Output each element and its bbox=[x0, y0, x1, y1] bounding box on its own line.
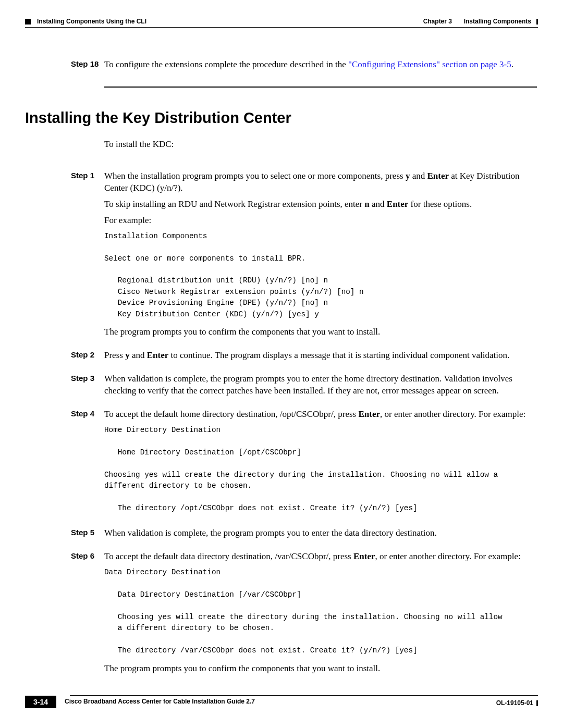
text: and bbox=[410, 171, 427, 181]
text: To skip installing an RDU and Network Re… bbox=[104, 199, 364, 209]
header-section-title: Installing Components Using the CLI bbox=[37, 18, 146, 25]
step-label: Step 2 bbox=[71, 350, 104, 366]
step-row: Step 4 To accept the default home direct… bbox=[71, 409, 537, 520]
step-label: Step 5 bbox=[71, 527, 104, 544]
footer-doc-title: Cisco Broadband Access Center for Cable … bbox=[65, 696, 255, 705]
text: Press bbox=[104, 350, 125, 360]
text: and bbox=[130, 350, 147, 360]
header-chapter: Chapter 3 bbox=[423, 18, 452, 25]
footer-doc-id: OL-19105-01 bbox=[496, 699, 533, 707]
text: for these options. bbox=[408, 199, 472, 209]
console-output: Home Directory Destination Home Director… bbox=[104, 425, 537, 514]
step-row: Step 5 When validation is complete, the … bbox=[71, 527, 537, 544]
text: , or enter another directory. For exampl… bbox=[375, 551, 521, 561]
bold-key: n bbox=[364, 199, 369, 209]
main-content: Step 18 To configure the extensions comp… bbox=[25, 28, 538, 679]
bold-key: Enter bbox=[427, 171, 449, 181]
text: For example: bbox=[104, 215, 537, 227]
step-row: Step 3 When validation is complete, the … bbox=[71, 373, 537, 401]
step-row: Step 2 Press y and Enter to continue. Th… bbox=[71, 350, 537, 366]
step18-text-after: . bbox=[511, 59, 513, 69]
bold-key: Enter bbox=[353, 551, 375, 561]
section-divider bbox=[104, 87, 537, 88]
text: to continue. The program displays a mess… bbox=[168, 350, 509, 360]
text: When validation is complete, the program… bbox=[104, 527, 537, 539]
footer-right: OL-19105-01 bbox=[496, 697, 538, 707]
step-row: Step 6 To accept the default data direct… bbox=[71, 551, 537, 678]
bold-key: Enter bbox=[147, 350, 169, 360]
text: When the installation program prompts yo… bbox=[104, 171, 406, 181]
step-label: Step 4 bbox=[71, 409, 104, 520]
header-marker-icon bbox=[25, 19, 31, 24]
console-output: Installation Components Select one or mo… bbox=[104, 231, 537, 320]
step-label: Step 18 bbox=[71, 59, 104, 75]
footer-left: 3-14 Cisco Broadband Access Center for C… bbox=[25, 696, 255, 708]
header-tick-icon bbox=[536, 19, 538, 24]
step-row: Step 18 To configure the extensions comp… bbox=[71, 59, 537, 75]
bold-key: Enter bbox=[358, 409, 380, 419]
text: and bbox=[370, 199, 387, 209]
step-body: When validation is complete, the program… bbox=[104, 373, 537, 401]
step-body: When validation is complete, the program… bbox=[104, 527, 537, 544]
step-body: To configure the extensions complete the… bbox=[104, 59, 537, 75]
step-label: Step 6 bbox=[71, 551, 104, 678]
bold-key: y bbox=[125, 350, 130, 360]
page-footer: 3-14 Cisco Broadband Access Center for C… bbox=[25, 695, 538, 708]
header-right: Chapter 3 Installing Components bbox=[423, 18, 538, 25]
footer-tick-icon bbox=[536, 700, 538, 706]
section-heading: Installing the Key Distribution Center bbox=[25, 109, 537, 127]
header-chapter-title: Installing Components bbox=[464, 18, 531, 25]
page-header: Installing Components Using the CLI Chap… bbox=[25, 18, 538, 28]
text: To accept the default data directory des… bbox=[104, 551, 353, 561]
text: , or enter another directory. For exampl… bbox=[380, 409, 525, 419]
text: To accept the default home directory des… bbox=[104, 409, 358, 419]
step-row: Step 1 When the installation program pro… bbox=[71, 170, 537, 342]
text: The program prompts you to confirm the c… bbox=[104, 326, 537, 338]
step-body: To accept the default home directory des… bbox=[104, 409, 537, 520]
text: The program prompts you to confirm the c… bbox=[104, 663, 537, 675]
section-intro: To install the KDC: bbox=[104, 139, 537, 150]
step-body: Press y and Enter to continue. The progr… bbox=[104, 350, 537, 366]
console-output: Data Directory Destination Data Director… bbox=[104, 567, 537, 657]
configuring-extensions-link[interactable]: "Configuring Extensions" section on page… bbox=[348, 59, 511, 69]
step-label: Step 3 bbox=[71, 373, 104, 401]
step18-text-before: To configure the extensions complete the… bbox=[104, 59, 348, 69]
page-number-badge: 3-14 bbox=[25, 696, 56, 708]
step-label: Step 1 bbox=[71, 170, 104, 342]
step-body: When the installation program prompts yo… bbox=[104, 170, 537, 342]
step-body: To accept the default data directory des… bbox=[104, 551, 537, 678]
text: When validation is complete, the program… bbox=[104, 373, 537, 397]
header-left: Installing Components Using the CLI bbox=[25, 18, 146, 25]
bold-key: Enter bbox=[387, 199, 409, 209]
